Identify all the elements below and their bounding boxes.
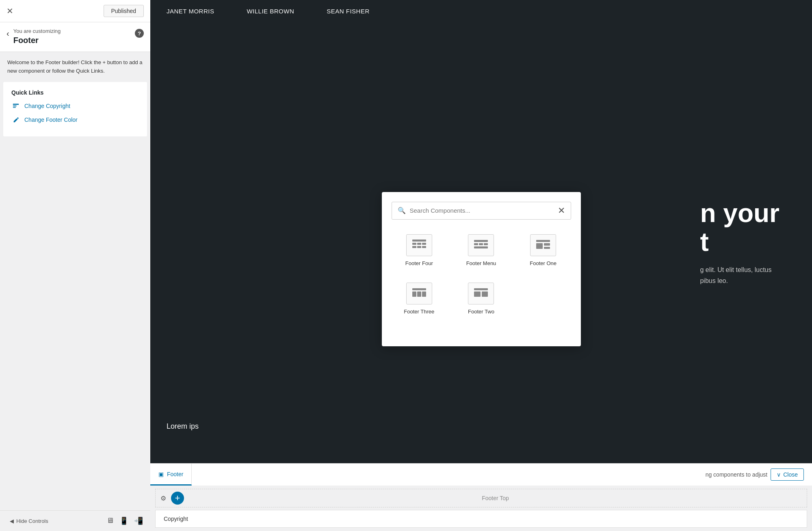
modal-search-row: 🔍 ✕ [392, 202, 571, 220]
hide-controls-arrow: ◀ [10, 518, 14, 524]
svg-rect-2 [13, 107, 16, 108]
quick-link-copyright-label: Change Copyright [24, 103, 70, 109]
quick-link-footer-color[interactable]: Change Footer Color [11, 115, 139, 124]
footer-builder: ⚙ + Footer Top Copyright [150, 486, 812, 531]
footer-top-row: ⚙ + Footer Top [155, 489, 807, 507]
nav-item-sean[interactable]: SEAN FISHER [327, 8, 370, 15]
hero-title: n your t [700, 199, 780, 256]
footer-tab-label: Footer [167, 471, 183, 477]
svg-rect-25 [474, 291, 481, 297]
chevron-down-icon: ∨ [777, 471, 781, 478]
close-button[interactable]: ✕ [6, 6, 13, 16]
footer-three-icon [406, 283, 432, 304]
svg-rect-23 [422, 291, 426, 297]
svg-rect-18 [544, 243, 550, 246]
customizing-label: You are customizing [13, 28, 61, 34]
customizing-nav: ‹ You are customizing Footer ? [0, 22, 150, 52]
footer-menu-item[interactable]: Footer Menu [453, 231, 509, 270]
customizing-title: Footer [13, 36, 39, 45]
footer-four-icon [406, 234, 432, 256]
nav-item-willie[interactable]: WILLIE BROWN [247, 8, 294, 15]
svg-rect-22 [417, 291, 421, 297]
svg-rect-10 [422, 246, 426, 248]
copyright-label: Copyright [164, 516, 188, 522]
add-component-button[interactable]: + [171, 492, 184, 505]
footer-tab-icon: ▣ [158, 471, 164, 477]
paint-icon [11, 115, 20, 124]
help-icon[interactable]: ? [135, 29, 144, 38]
device-icons: 🖥 📱 📲 [106, 516, 143, 525]
svg-rect-6 [417, 243, 421, 245]
top-nav: JANET MORRIS WILLIE BROWN SEAN FISHER [150, 0, 812, 22]
svg-rect-26 [482, 291, 488, 297]
desktop-icon[interactable]: 🖥 [106, 516, 114, 525]
search-input[interactable] [410, 207, 550, 214]
mobile-icon[interactable]: 📲 [134, 516, 143, 525]
svg-rect-13 [479, 243, 483, 245]
svg-rect-0 [13, 104, 19, 105]
svg-rect-16 [536, 240, 550, 242]
svg-rect-7 [422, 243, 426, 245]
gear-icon[interactable]: ⚙ [160, 494, 166, 502]
customizing-info: You are customizing Footer [13, 28, 61, 45]
modal-close-button[interactable]: ✕ [558, 205, 565, 216]
svg-rect-5 [412, 243, 416, 245]
svg-rect-21 [412, 291, 416, 297]
svg-rect-4 [412, 240, 426, 242]
close-builder-button[interactable]: ∨ Close [771, 468, 804, 481]
svg-rect-20 [412, 288, 426, 290]
footer-two-label: Footer Two [468, 309, 494, 315]
hero-text: n your t g elit. Ut elit tellus, luctus … [700, 199, 780, 286]
copyright-icon [11, 101, 20, 110]
quick-links-title: Quick Links [11, 89, 139, 96]
sidebar: ✕ Published ‹ You are customizing Footer… [0, 0, 150, 531]
footer-four-item[interactable]: Footer Four [392, 231, 447, 270]
quick-link-footer-color-label: Change Footer Color [24, 117, 78, 123]
quick-links-box: Quick Links Change Copyright Change Foot… [3, 82, 147, 136]
footer-two-icon [468, 283, 494, 304]
tablet-icon[interactable]: 📱 [119, 516, 128, 525]
footer-two-item[interactable]: Footer Two [453, 279, 509, 318]
sidebar-header: ✕ Published [0, 0, 150, 22]
footer-four-label: Footer Four [405, 260, 433, 266]
footer-menu-icon [468, 234, 494, 256]
hide-controls-label: Hide Controls [16, 518, 48, 524]
svg-rect-11 [474, 240, 488, 242]
footer-three-label: Footer Three [404, 309, 434, 315]
published-button[interactable]: Published [104, 5, 144, 17]
svg-rect-1 [13, 106, 17, 106]
footer-menu-label: Footer Menu [466, 260, 496, 266]
preview-area: Lorem ips n your t g elit. Ut elit tellu… [150, 22, 812, 531]
nav-item-janet[interactable]: JANET MORRIS [167, 8, 214, 15]
footer-three-item[interactable]: Footer Three [392, 279, 447, 318]
hide-controls-button[interactable]: ◀ Hide Controls [7, 518, 48, 524]
footer-one-icon [530, 234, 556, 256]
footer-one-item[interactable]: Footer One [515, 231, 571, 270]
svg-rect-14 [484, 243, 488, 245]
footer-copyright-row: Copyright [155, 510, 807, 528]
footer-tab[interactable]: ▣ Footer [150, 464, 192, 486]
components-modal: 🔍 ✕ [382, 192, 581, 346]
main-content: JANET MORRIS WILLIE BROWN SEAN FISHER Lo… [150, 0, 812, 531]
back-button[interactable]: ‹ [6, 29, 9, 38]
builder-close-info: ng components to adjust [706, 471, 768, 478]
svg-rect-19 [544, 247, 550, 249]
hero-body: g elit. Ut elit tellus, luctus pibus leo… [700, 264, 780, 286]
svg-rect-24 [474, 288, 488, 290]
hero-left-text: Lorem ips [167, 422, 199, 431]
footer-row-label: Footer Top [189, 495, 802, 501]
quick-link-copyright[interactable]: Change Copyright [11, 101, 139, 110]
svg-rect-9 [417, 246, 421, 248]
footer-one-label: Footer One [530, 260, 556, 266]
component-grid: Footer Four Footer Menu [392, 231, 571, 318]
svg-rect-15 [474, 246, 488, 248]
builder-bar: ▣ Footer ng components to adjust ∨ Close [150, 463, 812, 486]
builder-close-area: ng components to adjust ∨ Close [697, 464, 812, 486]
search-icon: 🔍 [398, 207, 406, 214]
sidebar-footer-controls: ◀ Hide Controls 🖥 📱 📲 [0, 510, 150, 531]
sidebar-description: Welcome to the Footer builder! Click the… [0, 52, 150, 82]
svg-rect-12 [474, 243, 478, 245]
svg-point-3 [17, 117, 19, 119]
svg-rect-17 [536, 243, 543, 249]
svg-rect-8 [412, 246, 416, 248]
